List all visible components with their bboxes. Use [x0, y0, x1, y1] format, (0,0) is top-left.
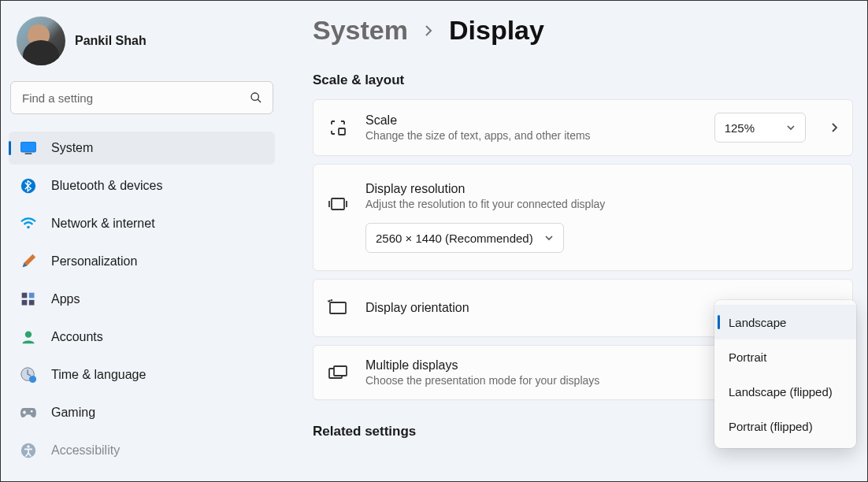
orientation-option-landscape[interactable]: Landscape	[714, 305, 856, 339]
option-label: Landscape (flipped)	[729, 385, 833, 399]
svg-rect-10	[29, 300, 35, 306]
breadcrumb-current: Display	[449, 15, 544, 46]
setting-title: Display resolution	[365, 182, 838, 196]
sidebar-item-gaming[interactable]: Gaming	[9, 396, 275, 429]
user-name: Pankil Shah	[75, 34, 147, 48]
sidebar-item-label: Bluetooth & devices	[51, 179, 162, 193]
setting-body: Scale Change the size of text, apps, and…	[365, 113, 697, 142]
orientation-dropdown-menu: Landscape Portrait Landscape (flipped) P…	[714, 300, 856, 448]
search-container	[10, 81, 273, 114]
breadcrumb: System Display	[313, 15, 853, 46]
svg-rect-19	[339, 128, 345, 135]
sidebar-item-apps[interactable]: Apps	[9, 283, 275, 316]
option-label: Landscape	[729, 316, 786, 329]
main-content: System Display Scale & layout Scale Chan…	[283, 1, 867, 481]
svg-point-13	[29, 376, 36, 383]
sidebar-item-label: Apps	[51, 292, 80, 306]
svg-rect-20	[332, 198, 344, 209]
sidebar-item-label: Personalization	[51, 254, 137, 269]
nav-list: System Bluetooth & devices Network & int…	[9, 132, 275, 467]
scale-dropdown[interactable]: 125%	[714, 113, 806, 143]
dropdown-value: 125%	[725, 121, 755, 135]
clock-globe-icon	[20, 366, 37, 384]
accessibility-icon	[20, 442, 37, 459]
orientation-option-landscape-flipped[interactable]: Landscape (flipped)	[714, 374, 856, 409]
search-icon	[250, 91, 262, 104]
svg-rect-9	[22, 300, 28, 306]
svg-rect-3	[21, 143, 35, 152]
svg-rect-4	[25, 153, 32, 154]
apps-icon	[20, 291, 37, 308]
setting-scale[interactable]: Scale Change the size of text, apps, and…	[313, 99, 853, 156]
svg-point-14	[31, 410, 33, 413]
sidebar-item-label: Accounts	[51, 330, 103, 344]
setting-resolution[interactable]: Display resolution Adjust the resolution…	[313, 164, 853, 271]
gamepad-icon	[20, 404, 37, 421]
option-label: Portrait (flipped)	[729, 420, 813, 433]
svg-point-0	[251, 93, 258, 100]
svg-point-18	[27, 445, 29, 447]
section-title-scale-layout: Scale & layout	[313, 72, 853, 88]
setting-subtitle: Change the size of text, apps, and other…	[365, 129, 697, 142]
sidebar-item-time-language[interactable]: Time & language	[9, 358, 275, 391]
orientation-option-portrait[interactable]: Portrait	[714, 339, 856, 374]
setting-subtitle: Adjust the resolution to fit your connec…	[365, 198, 838, 210]
setting-body: Display resolution Adjust the resolution…	[365, 182, 838, 253]
orientation-option-portrait-flipped[interactable]: Portrait (flipped)	[714, 409, 856, 443]
sidebar-item-accessibility[interactable]: Accessibility	[9, 434, 275, 467]
svg-line-1	[258, 99, 261, 102]
chevron-down-icon	[786, 124, 796, 131]
bluetooth-icon	[20, 177, 37, 195]
sidebar-item-label: Time & language	[51, 368, 146, 382]
sidebar-item-label: Network & internet	[51, 217, 155, 231]
sidebar-item-network[interactable]: Network & internet	[9, 207, 275, 240]
sidebar-item-bluetooth[interactable]: Bluetooth & devices	[9, 169, 275, 202]
resolution-icon	[328, 196, 348, 212]
paintbrush-icon	[20, 253, 37, 270]
multiple-displays-icon	[328, 365, 348, 380]
sidebar-item-label: Gaming	[51, 406, 95, 420]
system-icon	[20, 139, 37, 157]
sidebar-item-label: System	[51, 141, 93, 155]
chevron-down-icon	[544, 235, 554, 241]
dropdown-value: 2560 × 1440 (Recommended)	[376, 232, 533, 245]
svg-point-11	[25, 332, 32, 338]
sidebar: Pankil Shah System Bluetooth & devices	[1, 1, 283, 481]
resolution-dropdown[interactable]: 2560 × 1440 (Recommended)	[365, 223, 564, 253]
sidebar-item-system[interactable]: System	[9, 132, 275, 165]
option-label: Portrait	[729, 350, 766, 364]
svg-point-6	[27, 226, 30, 229]
avatar	[17, 17, 65, 65]
sidebar-item-personalization[interactable]: Personalization	[9, 245, 275, 278]
chevron-right-icon	[424, 24, 433, 37]
profile-block[interactable]: Pankil Shah	[9, 10, 275, 81]
breadcrumb-parent[interactable]: System	[313, 15, 408, 46]
search-input[interactable]	[10, 81, 273, 114]
sidebar-item-label: Accessibility	[51, 443, 120, 458]
sidebar-item-accounts[interactable]: Accounts	[9, 321, 275, 354]
svg-rect-23	[334, 366, 347, 376]
scale-icon	[328, 118, 348, 137]
svg-rect-8	[29, 293, 35, 298]
person-icon	[20, 328, 37, 346]
wifi-icon	[20, 215, 37, 232]
svg-rect-21	[330, 302, 346, 313]
svg-rect-7	[22, 293, 28, 298]
setting-title: Scale	[365, 113, 697, 128]
chevron-right-icon[interactable]	[831, 122, 838, 133]
orientation-icon	[328, 299, 348, 317]
svg-rect-16	[23, 412, 26, 413]
